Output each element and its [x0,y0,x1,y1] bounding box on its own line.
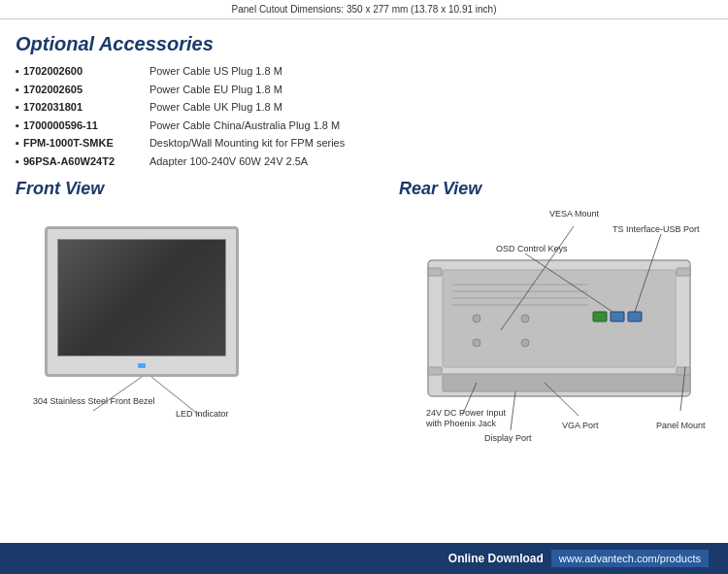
list-item: ▪ 1702031801 Power Cable UK Plug 1.8 M [16,99,712,116]
part-number: 1702002600 [23,63,149,80]
rear-panel-svg [399,207,710,435]
svg-rect-19 [677,268,690,276]
part-desc: Power Cable UK Plug 1.8 M [149,99,282,116]
part-desc: Desktop/Wall Mounting kit for FPM series [149,135,345,152]
led-label: LED Indicator [176,409,229,419]
bullet-icon: ▪ [16,118,19,134]
part-number: 1702031801 [23,99,149,116]
list-item: ▪ 1702002605 Power Cable EU Plug 1.8 M [16,82,712,98]
top-bar: Panel Cutout Dimensions: 350 x 277 mm (1… [0,0,728,19]
main-content: Optional Accessories ▪ 1702002600 Power … [0,19,728,435]
bottom-bar: Online Download www.advantech.com/produc… [0,543,728,574]
dc-power-label: 24V DC Power Inputwith Phoenix Jack [426,408,506,430]
views-section: Front View 304 Stainless Steel Front Bez… [16,179,712,435]
part-desc: Adapter 100-240V 60W 24V 2.5A [149,153,308,170]
svg-point-9 [473,315,480,322]
svg-point-10 [521,315,529,322]
part-number: 1700000596-11 [23,118,149,134]
dimensions-text: Panel Cutout Dimensions: 350 x 277 mm (1… [232,4,497,15]
part-number: 96PSA-A60W24T2 [23,153,149,170]
rear-view-section: Rear View [399,179,712,435]
svg-rect-14 [611,312,624,321]
front-view-section: Front View 304 Stainless Steel Front Bez… [16,179,399,435]
bullet-icon: ▪ [16,99,19,116]
bullet-icon: ▪ [16,82,19,98]
part-number: FPM-1000T-SMKE [23,135,149,152]
vesa-mount-label: VESA Mount [549,209,599,219]
accessories-title: Optional Accessories [16,33,712,55]
front-view-title: Front View [16,179,399,199]
svg-point-11 [473,339,480,347]
vga-port-label: VGA Port [562,421,599,430]
rear-view-image: VESA Mount OSD Control Keys TS Interface… [399,207,710,435]
svg-point-12 [521,339,529,347]
list-item: ▪ 96PSA-A60W24T2 Adapter 100-240V 60W 24… [16,153,712,170]
bullet-icon: ▪ [16,63,19,80]
rear-view-title: Rear View [399,179,712,199]
list-item: ▪ FPM-1000T-SMKE Desktop/Wall Mounting k… [16,135,712,152]
list-item: ▪ 1700000596-11 Power Cable China/Austra… [16,118,712,134]
bullet-icon: ▪ [16,135,19,152]
part-desc: Power Cable US Plug 1.8 M [149,63,282,80]
bezel-label: 304 Stainless Steel Front Bezel [33,396,155,406]
online-download-label: Online Download [448,552,544,565]
online-download-url: www.advantech.com/products [551,550,709,567]
display-port-label: Display Port [484,433,532,443]
accessories-table: ▪ 1702002600 Power Cable US Plug 1.8 M ▪… [16,63,712,169]
svg-rect-13 [593,312,607,321]
svg-rect-17 [677,367,690,375]
front-view-image: 304 Stainless Steel Front Bezel LED Indi… [25,207,278,401]
bullet-icon: ▪ [16,153,19,170]
panel-mount-label: Panel Mount [656,421,706,430]
part-desc: Power Cable China/Australia Plug 1.8 M [149,118,340,134]
svg-rect-8 [443,374,690,391]
ts-interface-label: TS Interface-USB Port [612,224,700,234]
part-desc: Power Cable EU Plug 1.8 M [149,82,282,98]
svg-line-25 [511,391,515,430]
osd-label: OSD Control Keys [496,244,568,253]
annotation-lines [25,207,278,421]
svg-rect-16 [428,367,442,375]
list-item: ▪ 1702002600 Power Cable US Plug 1.8 M [16,63,712,80]
svg-rect-18 [428,268,442,276]
svg-rect-15 [628,312,642,321]
part-number: 1702002605 [23,82,149,98]
